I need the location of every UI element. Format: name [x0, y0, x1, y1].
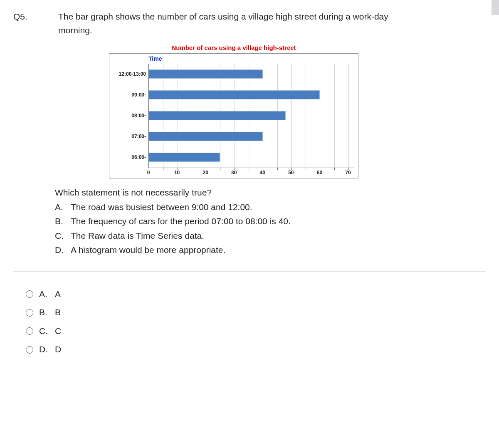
- statement-row: B. The frequency of cars for the period …: [55, 215, 486, 228]
- chart-bar: [149, 111, 286, 120]
- chart-x-tick-label: 70: [345, 169, 351, 177]
- statement-letter: D.: [55, 243, 65, 257]
- answer-option-c[interactable]: C. C: [26, 324, 486, 338]
- chart-container: Number of cars using a village high-stre…: [109, 43, 358, 178]
- chart-category-label: 07:00-: [114, 126, 148, 147]
- chart-x-tick-label: 10: [174, 169, 180, 177]
- question-prompt-line: morning.: [58, 24, 486, 37]
- chart-x-ticks: 010203040506070: [148, 168, 348, 176]
- radio-icon: [26, 290, 33, 298]
- question-body: The bar graph shows the number of cars u…: [58, 10, 486, 37]
- statement-text: The frequency of cars for the period 07:…: [71, 215, 291, 228]
- answer-value: C: [55, 324, 61, 338]
- chart-bar: [149, 90, 320, 99]
- statement-letter: C.: [55, 229, 65, 243]
- answer-value: D: [55, 343, 61, 356]
- answer-option-d[interactable]: D. D: [26, 343, 486, 356]
- question-header: Q5. The bar graph shows the number of ca…: [13, 10, 486, 37]
- chart-ylabel: Time: [148, 54, 354, 64]
- question-prompt-line: The bar graph shows the number of cars u…: [58, 10, 486, 24]
- answer-option-a[interactable]: A. A: [26, 287, 486, 301]
- answer-value: A: [55, 287, 61, 301]
- chart-category-label: 08:00-: [114, 105, 148, 126]
- statement-text: A histogram would be more appropriate.: [71, 243, 225, 257]
- statement-letter: B.: [55, 215, 65, 228]
- statements-block: Which statement is not necessarily true?…: [55, 186, 486, 257]
- answer-letter: C.: [39, 324, 49, 338]
- chart-x-tick-label: 60: [317, 169, 322, 177]
- chart-x-tick-label: 50: [288, 169, 294, 177]
- answer-options: A. A B. B C. C D. D: [13, 271, 486, 356]
- answer-letter: A.: [39, 287, 49, 301]
- statement-text: The Raw data is Time Series data.: [71, 229, 204, 243]
- chart-box: Time 12:00-13:0009:00-08:00-07:00-06:00-…: [109, 53, 358, 178]
- question-number: Q5.: [13, 10, 42, 24]
- statement-text: The road was busiest between 9:00 and 12…: [71, 200, 252, 214]
- chart-x-tick-label: 20: [203, 169, 208, 177]
- chart-bar: [149, 153, 220, 162]
- chart-category-label: 06:00-: [114, 147, 148, 168]
- chart-category-label: 12:00-13:00: [114, 64, 148, 84]
- chart-bar: [149, 69, 263, 79]
- chart-plot: 12:00-13:0009:00-08:00-07:00-06:00-: [114, 64, 354, 168]
- statement-row: D. A histogram would be more appropriate…: [55, 243, 486, 257]
- answer-option-b[interactable]: B. B: [26, 306, 486, 319]
- radio-icon: [26, 309, 33, 317]
- chart-category-label: 09:00-: [114, 84, 148, 105]
- statement-row: A. The road was busiest between 9:00 and…: [55, 200, 486, 214]
- statement-letter: A.: [55, 200, 65, 214]
- chart-y-categories: 12:00-13:0009:00-08:00-07:00-06:00-: [114, 64, 148, 168]
- question-page: Q5. The bar graph shows the number of ca…: [0, 0, 499, 448]
- chart-title: Number of cars using a village high-stre…: [109, 43, 358, 52]
- sub-question: Which statement is not necessarily true?: [55, 186, 486, 200]
- chart-bar: [149, 132, 263, 141]
- chart-x-tick-label: 40: [260, 169, 265, 177]
- answer-letter: D.: [39, 343, 49, 356]
- answer-letter: B.: [39, 306, 49, 319]
- chart-x-tick-label: 0: [147, 169, 150, 177]
- chart-plot-area: [148, 64, 354, 168]
- radio-icon: [26, 346, 33, 354]
- statement-row: C. The Raw data is Time Series data.: [55, 229, 486, 243]
- answer-value: B: [55, 306, 61, 319]
- scrollbar-thumb[interactable]: [492, 0, 499, 15]
- radio-icon: [26, 327, 33, 335]
- chart-x-tick-label: 30: [231, 169, 237, 177]
